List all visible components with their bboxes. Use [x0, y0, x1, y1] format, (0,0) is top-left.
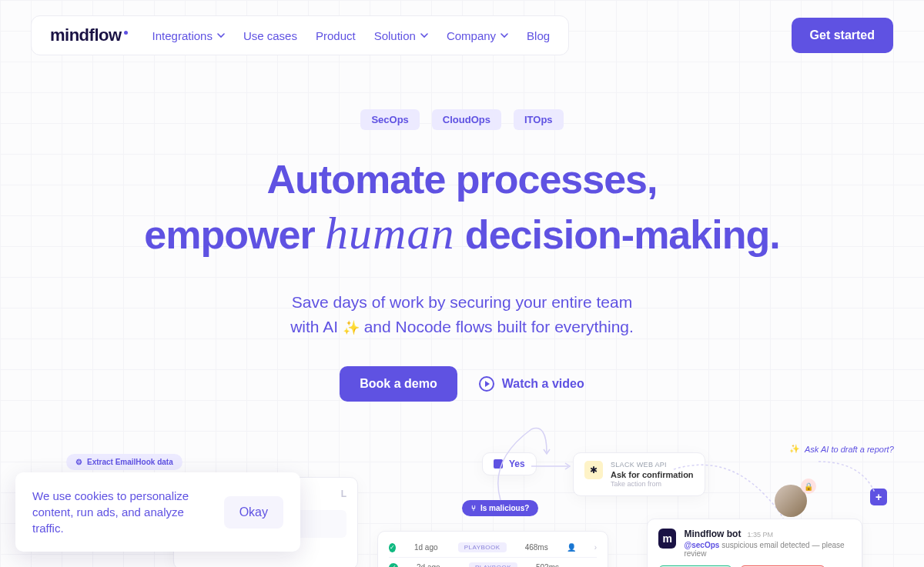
row-type: PLAYBOOK: [469, 562, 517, 567]
bot-meta: Mindflow bot 1:35 PM @secOps suspicious …: [684, 529, 851, 558]
sub-line1: Save days of work by securing your entir…: [292, 293, 632, 311]
bot-name: Mindflow bot: [684, 529, 741, 539]
logo-dot-icon: [124, 31, 128, 35]
chevron-down-icon: [420, 32, 428, 39]
arrow-yes-slack: [530, 459, 576, 474]
nav-link-label: Company: [447, 29, 496, 42]
sparkle-icon: ✨: [789, 444, 800, 454]
nav-link-blog[interactable]: Blog: [527, 29, 550, 42]
gear-icon: ⚙: [75, 458, 82, 466]
headline: Automate processes, empower human decisi…: [0, 155, 924, 262]
row-type: PLAYBOOK: [458, 542, 507, 552]
ai-prompt-text: Ask AI to draft a report?: [805, 445, 894, 454]
nav-main: mindflow Integrations Use cases Product …: [31, 15, 569, 55]
nav-link-company[interactable]: Company: [447, 29, 508, 42]
person-icon: 👤: [567, 543, 576, 552]
nav-links: Integrations Use cases Product Solution …: [152, 29, 551, 42]
row-dur: 502ms: [536, 563, 559, 567]
get-started-button[interactable]: Get started: [792, 18, 893, 53]
nav-link-label: Integrations: [152, 29, 213, 42]
slack-icon: ✱: [584, 461, 603, 479]
cookie-accept-button[interactable]: Okay: [224, 496, 283, 529]
tag-cloudops[interactable]: CloudOps: [432, 109, 501, 130]
headline-line2b: decision-making.: [454, 212, 779, 257]
nav-link-usecases[interactable]: Use cases: [243, 29, 297, 42]
sub-line2a: with AI: [290, 318, 343, 335]
chevron-down-icon: [217, 32, 225, 39]
bot-mention: @secOps: [684, 541, 719, 549]
row-dur: 468ms: [525, 543, 548, 552]
extract-pill-label: Extract EmailHook data: [87, 458, 173, 466]
illus-table: ✓ 1d ago PLAYBOOK 468ms 👤 › ✓ 2d ago PLA…: [377, 531, 608, 567]
illus-ai-prompt: ✨ Ask AI to draft a report?: [789, 444, 894, 454]
nav-link-integrations[interactable]: Integrations: [152, 29, 225, 42]
sub-line2b: and Nocode flows built for everything.: [360, 318, 634, 335]
bot-message: @secOps suspicious email detected — plea…: [684, 541, 851, 558]
illus-bot-card: m Mindflow bot 1:35 PM @secOps suspiciou…: [647, 519, 862, 567]
bot-time: 1:35 PM: [747, 531, 773, 539]
bot-avatar-icon: m: [658, 529, 676, 549]
nav-link-label: Use cases: [243, 29, 297, 42]
chevron-down-icon: [500, 32, 508, 39]
nav-link-label: Solution: [374, 29, 416, 42]
chevron-right-icon: ›: [594, 543, 597, 552]
subheadline: Save days of work by securing your entir…: [0, 290, 924, 339]
logo-text: mindflow: [50, 25, 122, 45]
table-row: ✓ 2d ago PLAYBOOK 502ms: [389, 558, 597, 567]
book-demo-button[interactable]: Book a demo: [340, 366, 457, 402]
tags-row: SecOps CloudOps ITOps: [0, 109, 924, 130]
play-icon: [479, 376, 494, 392]
bot-header: m Mindflow bot 1:35 PM @secOps suspiciou…: [658, 529, 851, 558]
watch-video-label: Watch a video: [502, 377, 584, 391]
headline-cursive: human: [325, 208, 454, 258]
tag-secops[interactable]: SecOps: [360, 109, 419, 130]
nav-link-product[interactable]: Product: [316, 29, 356, 42]
row-time: 1d ago: [414, 543, 440, 552]
cookie-text: We use cookies to personalize content, r…: [32, 488, 203, 536]
watch-video-button[interactable]: Watch a video: [479, 376, 584, 392]
check-icon: ✓: [389, 563, 398, 568]
hero: SecOps CloudOps ITOps Automate processes…: [0, 71, 924, 402]
lock-icon: 🔒: [801, 479, 816, 494]
table-row: ✓ 1d ago PLAYBOOK 468ms 👤 ›: [389, 538, 597, 558]
cookie-banner: We use cookies to personalize content, r…: [15, 472, 300, 552]
logo[interactable]: mindflow: [50, 25, 128, 45]
tag-itops[interactable]: ITOps: [514, 109, 564, 130]
nav-link-solution[interactable]: Solution: [374, 29, 428, 42]
row-time: 2d ago: [417, 563, 450, 567]
bot-name-row: Mindflow bot 1:35 PM: [684, 529, 851, 539]
nav-link-label: Blog: [527, 29, 550, 42]
navbar: mindflow Integrations Use cases Product …: [0, 0, 924, 71]
branch-icon: ⑂: [471, 504, 476, 512]
wand-icon: ✨: [343, 318, 360, 339]
cta-row: Book a demo Watch a video: [0, 366, 924, 402]
arrow-ai-plus: [815, 458, 884, 496]
avatar: 🔒: [775, 485, 807, 517]
check-icon: ✓: [389, 543, 396, 552]
illus-avatar: 🔒: [775, 485, 807, 517]
headline-line1: Automate processes,: [267, 157, 658, 202]
nav-link-label: Product: [316, 29, 356, 42]
headline-line2a: empower: [144, 212, 325, 257]
